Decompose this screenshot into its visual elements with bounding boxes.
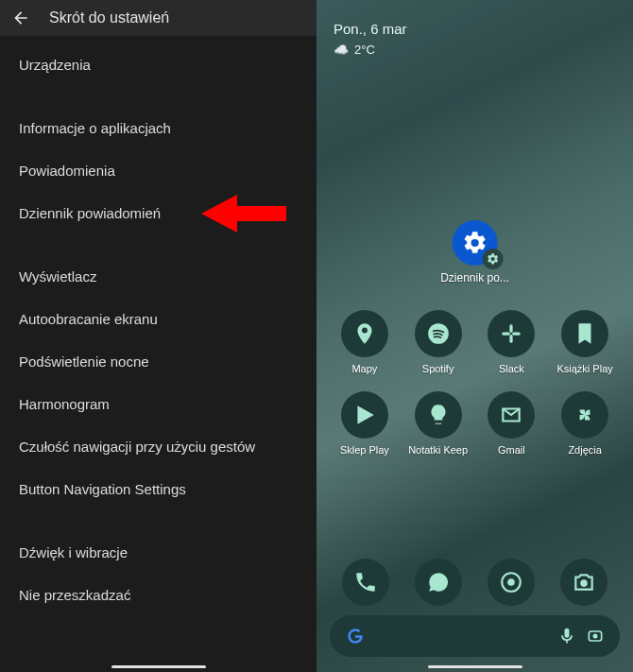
app-ksiazki[interactable]: Książki Play [548,310,622,374]
app-slack[interactable]: Slack [475,310,549,374]
bookmark-icon [573,321,597,346]
lens-icon[interactable] [586,627,605,646]
svg-point-10 [593,634,598,639]
settings-item-wyswietlacz[interactable]: Wyświetlacz [0,255,316,298]
settings-title: Skrót do ustawień [49,9,169,26]
settings-item-powiadomienia[interactable]: Powiadomienia [0,149,316,192]
bulb-icon [426,403,451,427]
settings-item-dziennik[interactable]: Dziennik powiadomień [0,192,316,234]
cloud-icon: ☁️ [334,43,349,57]
gear-icon [452,220,497,266]
svg-rect-3 [510,335,513,343]
weather-temp: 2°C [354,43,375,57]
chat-icon [426,570,451,594]
pin-icon [352,321,377,346]
svg-point-7 [507,578,515,586]
dock-chrome[interactable] [475,559,548,606]
settings-item-autoobracanie[interactable]: Autoobracanie ekranu [0,298,316,340]
app-grid: Mapy Spotify Slack Książki Play Sklep Pl… [316,310,633,456]
chrome-icon [499,570,523,594]
app-gmail[interactable]: Gmail [475,391,549,456]
settings-item-button-nav[interactable]: Button Navigation Settings [0,468,316,510]
settings-item-informacje[interactable]: Informacje o aplikacjach [0,107,316,149]
back-arrow-icon[interactable] [11,9,30,27]
app-keep[interactable]: Notatki Keep [402,391,475,456]
app-sklep-play[interactable]: Sklep Play [328,391,402,456]
settings-item-dzwiek[interactable]: Dźwięk i wibracje [0,531,316,574]
app-mapy[interactable]: Mapy [328,310,402,374]
widget-label: Dziennik po... [440,271,509,284]
pinwheel-icon [573,403,597,427]
mic-icon[interactable] [557,627,576,646]
nav-handle[interactable] [111,665,206,668]
svg-rect-5 [512,332,521,335]
phone-icon [353,570,378,594]
home-screen: Pon., 6 mar ☁️ 2°C Dziennik po... Mapy S… [316,0,633,672]
settings-item-podswietlenie[interactable]: Podświetlenie nocne [0,340,316,383]
dock-phone[interactable] [330,559,402,606]
camera-icon [572,570,596,594]
svg-point-8 [580,579,588,587]
dock [316,559,633,606]
play-icon [352,403,377,427]
gmail-icon [499,403,523,427]
svg-rect-2 [510,324,513,333]
dock-messages[interactable] [402,559,475,606]
settings-header: Skrót do ustawień [0,0,316,36]
mini-gear-icon [482,249,503,269]
settings-shortcut-widget[interactable]: Dziennik po... [440,220,509,284]
svg-rect-4 [503,332,511,335]
settings-item-urzadzenia[interactable]: Urządzenia [0,43,316,86]
date-text[interactable]: Pon., 6 mar [316,0,633,37]
search-bar[interactable] [330,615,620,657]
google-logo-icon [345,626,366,646]
settings-item-czulosc[interactable]: Czułość nawigacji przy użyciu gestów [0,425,316,468]
settings-list: Urządzenia Informacje o aplikacjach Powi… [0,36,316,616]
dock-camera[interactable] [547,559,620,606]
nav-handle[interactable] [428,665,522,668]
app-zdjecia[interactable]: Zdjęcia [548,391,622,456]
slack-icon [499,321,523,346]
app-spotify[interactable]: Spotify [402,310,475,374]
settings-item-harmonogram[interactable]: Harmonogram [0,383,316,425]
settings-item-nie-przeszkadzac[interactable]: Nie przeszkadzać [0,574,316,616]
weather-widget[interactable]: ☁️ 2°C [316,37,633,62]
settings-panel: Skrót do ustawień Urządzenia Informacje … [0,0,316,672]
spotify-icon [426,321,451,346]
